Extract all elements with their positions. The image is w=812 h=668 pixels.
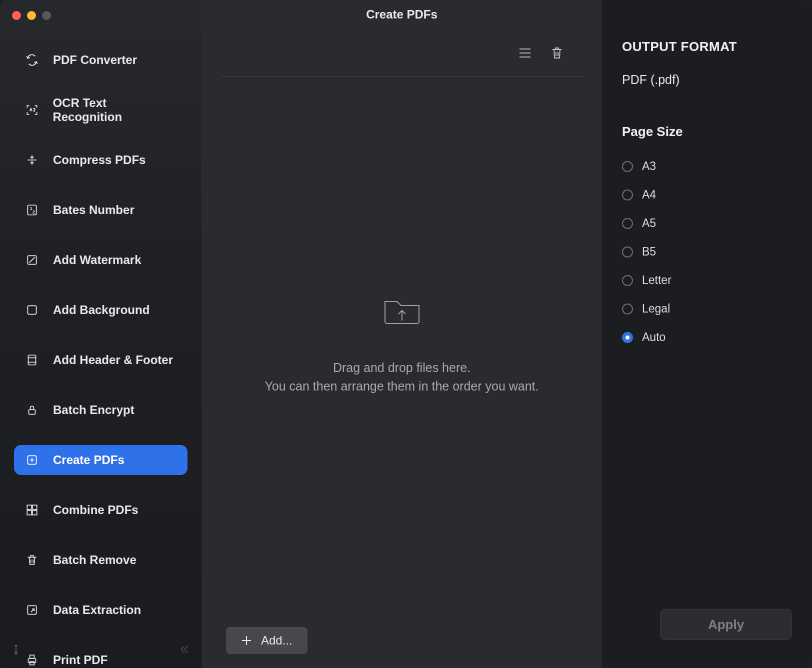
combine-pdfs-icon bbox=[25, 503, 39, 517]
sidebar-item-label: Batch Encrypt bbox=[53, 403, 134, 417]
dropzone-line1: Drag and drop files here. bbox=[264, 358, 538, 378]
window-title: Create PDFs bbox=[202, 0, 602, 29]
radio-indicator bbox=[622, 161, 633, 172]
app-window: PDF ConverterOCR Text RecognitionCompres… bbox=[0, 0, 812, 668]
pdf-converter-icon bbox=[25, 53, 39, 67]
maximize-window-button[interactable] bbox=[42, 11, 51, 20]
sidebar-item-bates[interactable]: 12Bates Number bbox=[14, 195, 188, 225]
page-size-option-a4[interactable]: A4 bbox=[622, 188, 792, 202]
background-icon bbox=[25, 303, 39, 317]
options-panel: OUTPUT FORMAT PDF (.pdf) Page Size A3A4A… bbox=[602, 0, 812, 668]
svg-text:1: 1 bbox=[30, 206, 32, 211]
page-size-option-letter[interactable]: Letter bbox=[622, 274, 792, 287]
sidebar-item-header-footer[interactable]: Add Header & Footer bbox=[14, 345, 188, 375]
radio-indicator bbox=[622, 246, 633, 258]
svg-rect-14 bbox=[27, 505, 32, 510]
page-size-label: Legal bbox=[642, 302, 670, 316]
upload-folder-icon bbox=[382, 294, 422, 328]
sidebar-item-label: Batch Remove bbox=[53, 553, 136, 567]
sidebar-item-label: Bates Number bbox=[53, 203, 134, 217]
main-footer: Add... bbox=[202, 613, 602, 668]
minimize-window-button[interactable] bbox=[27, 11, 36, 20]
batch-remove-icon bbox=[25, 553, 39, 567]
sidebar-item-label: Add Background bbox=[53, 303, 150, 317]
sidebar-item-data-extraction[interactable]: Data Extraction bbox=[14, 595, 188, 625]
create-pdfs-icon bbox=[25, 453, 39, 467]
sidebar-item-background[interactable]: Add Background bbox=[14, 295, 188, 325]
sidebar-item-create-pdfs[interactable]: Create PDFs bbox=[14, 445, 188, 475]
collapse-sidebar-icon[interactable] bbox=[178, 644, 190, 656]
sidebar-item-pdf-converter[interactable]: PDF Converter bbox=[14, 45, 188, 75]
pin-icon[interactable] bbox=[12, 644, 20, 657]
output-format-value: PDF (.pdf) bbox=[622, 72, 792, 87]
add-button-label: Add... bbox=[261, 634, 292, 648]
svg-rect-21 bbox=[30, 662, 34, 665]
compress-icon bbox=[25, 153, 39, 167]
main-area: Create PDFs Drag and drop files here. Yo… bbox=[202, 0, 602, 668]
sidebar-item-ocr[interactable]: OCR Text Recognition bbox=[14, 95, 188, 125]
sidebar: PDF ConverterOCR Text RecognitionCompres… bbox=[0, 0, 202, 668]
sidebar-item-label: PDF Converter bbox=[53, 53, 137, 67]
dropzone[interactable]: Drag and drop files here. You can then a… bbox=[202, 77, 602, 613]
page-size-option-a5[interactable]: A5 bbox=[622, 216, 792, 230]
page-size-option-auto[interactable]: Auto bbox=[622, 330, 792, 344]
svg-rect-10 bbox=[29, 410, 36, 414]
svg-rect-15 bbox=[32, 505, 37, 510]
window-controls bbox=[0, 0, 202, 20]
apply-button[interactable]: Apply bbox=[660, 609, 792, 640]
list-view-icon[interactable] bbox=[518, 46, 532, 60]
sidebar-item-watermark[interactable]: Add Watermark bbox=[14, 245, 188, 275]
sidebar-item-combine-pdfs[interactable]: Combine PDFs bbox=[14, 495, 188, 525]
radio-indicator bbox=[622, 190, 633, 200]
page-size-label: A4 bbox=[642, 188, 656, 202]
page-size-label: Letter bbox=[642, 274, 672, 287]
data-extraction-icon bbox=[25, 603, 39, 617]
dropzone-text: Drag and drop files here. You can then a… bbox=[264, 358, 538, 396]
sidebar-item-compress[interactable]: Compress PDFs bbox=[14, 145, 188, 175]
sidebar-item-label: Add Header & Footer bbox=[53, 353, 173, 367]
header-footer-icon bbox=[25, 353, 39, 367]
radio-indicator bbox=[622, 304, 633, 314]
page-size-radio-group: A3A4A5B5LetterLegalAuto bbox=[622, 160, 792, 344]
svg-rect-17 bbox=[32, 510, 37, 515]
add-button[interactable]: Add... bbox=[226, 627, 308, 654]
radio-indicator bbox=[622, 218, 633, 229]
page-size-label: Auto bbox=[642, 330, 666, 344]
page-size-label: B5 bbox=[642, 245, 656, 258]
page-size-option-a3[interactable]: A3 bbox=[622, 160, 792, 173]
svg-text:2: 2 bbox=[32, 210, 35, 214]
page-size-heading: Page Size bbox=[622, 124, 792, 140]
watermark-icon bbox=[25, 253, 39, 267]
sidebar-item-batch-remove[interactable]: Batch Remove bbox=[14, 545, 188, 575]
sidebar-item-label: Data Extraction bbox=[53, 603, 141, 617]
ocr-icon bbox=[25, 103, 38, 117]
batch-encrypt-icon bbox=[25, 403, 39, 417]
sidebar-item-batch-encrypt[interactable]: Batch Encrypt bbox=[14, 395, 188, 425]
sidebar-nav: PDF ConverterOCR Text RecognitionCompres… bbox=[0, 45, 202, 668]
sidebar-item-label: Combine PDFs bbox=[53, 503, 138, 517]
close-window-button[interactable] bbox=[12, 11, 21, 20]
main-toolbar bbox=[221, 29, 582, 77]
page-size-label: A3 bbox=[642, 160, 656, 173]
dropzone-line2: You can then arrange them in the order y… bbox=[264, 377, 538, 396]
svg-rect-18 bbox=[28, 606, 36, 614]
sidebar-item-label: Add Watermark bbox=[53, 253, 141, 267]
sidebar-item-label: OCR Text Recognition bbox=[52, 96, 176, 124]
sidebar-item-label: Create PDFs bbox=[53, 453, 124, 467]
page-size-label: A5 bbox=[642, 216, 656, 230]
sidebar-item-label: Compress PDFs bbox=[53, 153, 146, 167]
svg-line-5 bbox=[30, 258, 35, 263]
trash-icon[interactable] bbox=[550, 46, 564, 60]
radio-indicator bbox=[622, 275, 633, 286]
panel-footer: Apply bbox=[622, 609, 792, 668]
radio-indicator bbox=[622, 332, 633, 343]
page-size-option-legal[interactable]: Legal bbox=[622, 302, 792, 316]
bates-icon: 12 bbox=[25, 203, 39, 217]
page-size-option-b5[interactable]: B5 bbox=[622, 245, 792, 258]
svg-rect-7 bbox=[28, 355, 36, 365]
sidebar-footer bbox=[0, 640, 202, 661]
svg-rect-6 bbox=[28, 306, 36, 314]
output-format-heading: OUTPUT FORMAT bbox=[622, 39, 792, 54]
svg-rect-16 bbox=[27, 510, 32, 515]
